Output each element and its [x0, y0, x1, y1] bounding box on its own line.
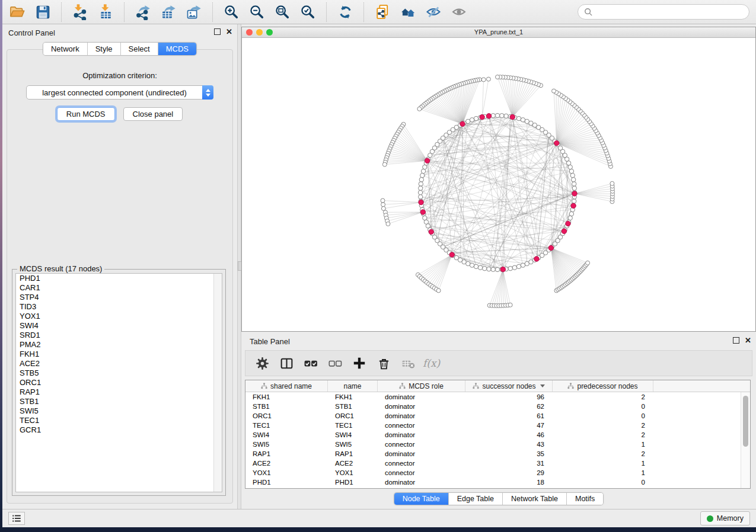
table-cell[interactable]: ORC1 — [328, 412, 378, 419]
network-node[interactable] — [570, 173, 575, 177]
table-cell[interactable]: dominator — [378, 450, 465, 457]
table-row[interactable]: STB1STB1dominator620 — [245, 402, 750, 411]
network-leaf-node[interactable] — [381, 203, 385, 207]
network-node[interactable] — [568, 165, 572, 169]
table-cell[interactable]: 2 — [553, 431, 653, 438]
import-table-button[interactable] — [97, 3, 114, 21]
network-node[interactable] — [495, 267, 499, 271]
save-session-button[interactable] — [34, 3, 52, 21]
network-node[interactable] — [568, 216, 572, 220]
panel-splitter[interactable] — [237, 24, 241, 509]
mcds-hub-node[interactable] — [562, 229, 566, 233]
table-cell[interactable]: 62 — [465, 403, 553, 410]
delete-table-button[interactable] — [398, 354, 417, 373]
column-header-predecessor-nodes[interactable]: predecessor nodes — [553, 380, 653, 392]
table-row[interactable]: ORC1ORC1dominator610 — [245, 411, 750, 421]
table-cell[interactable]: RAP1 — [328, 450, 378, 457]
table-cell[interactable]: ORC1 — [245, 412, 328, 419]
network-leaf-node[interactable] — [481, 78, 486, 82]
table-cell[interactable]: ACE2 — [245, 460, 328, 467]
mcds-list-scrollbar[interactable] — [213, 274, 222, 492]
table-cell[interactable]: connector — [378, 460, 465, 467]
tab-network[interactable]: Network — [43, 43, 88, 55]
tab-style[interactable]: Style — [88, 43, 121, 55]
table-cell[interactable]: 29 — [465, 469, 553, 476]
mcds-result-item[interactable]: ORC1 — [16, 378, 222, 387]
close-panel-button[interactable]: Close panel — [123, 107, 183, 121]
network-node[interactable] — [571, 178, 575, 182]
mcds-result-item[interactable]: GCR1 — [16, 425, 222, 435]
table-cell[interactable]: FKH1 — [328, 393, 378, 400]
close-table-panel-icon[interactable]: ✕ — [745, 337, 751, 344]
network-node[interactable] — [470, 263, 474, 267]
network-node[interactable] — [419, 178, 423, 182]
table-row[interactable]: PHD1PHD1dominator180 — [245, 477, 750, 487]
network-node[interactable] — [569, 211, 573, 216]
network-node[interactable] — [508, 266, 512, 270]
zoom-selected-button[interactable] — [299, 3, 317, 21]
table-cell[interactable]: 2 — [553, 393, 653, 400]
mcds-hub-node[interactable] — [548, 245, 553, 250]
network-node[interactable] — [423, 165, 427, 169]
table-cell[interactable]: STB1 — [328, 403, 378, 410]
table-cell[interactable]: SWI5 — [245, 441, 328, 448]
mcds-hub-node[interactable] — [510, 114, 515, 119]
first-neighbors-button[interactable] — [399, 3, 417, 21]
table-tab-edge-table[interactable]: Edge Table — [449, 493, 503, 505]
close-panel-icon[interactable]: ✕ — [226, 28, 232, 35]
network-leaf-node[interactable] — [610, 181, 614, 185]
table-cell[interactable]: 1 — [553, 469, 653, 476]
table-cell[interactable]: dominator — [378, 479, 465, 486]
table-cell[interactable]: 43 — [465, 441, 553, 448]
tab-select[interactable]: Select — [121, 43, 158, 55]
mcds-result-item[interactable]: YOX1 — [16, 312, 222, 321]
network-node[interactable] — [470, 118, 474, 122]
network-node[interactable] — [466, 261, 470, 265]
memory-button[interactable]: Memory — [700, 511, 750, 525]
table-row[interactable]: SWI4SWI4dominator462 — [245, 430, 750, 440]
mcds-hub-node[interactable] — [534, 257, 539, 261]
table-cell[interactable]: dominator — [378, 431, 465, 438]
apply-function-button[interactable]: f(x) — [423, 354, 440, 373]
table-cell[interactable]: SWI4 — [245, 431, 328, 438]
table-cell[interactable]: TEC1 — [245, 422, 328, 429]
network-node[interactable] — [572, 182, 576, 186]
table-cell[interactable]: 46 — [465, 431, 553, 438]
mcds-hub-node[interactable] — [554, 140, 559, 145]
mcds-result-item[interactable]: STP4 — [16, 293, 222, 302]
mcds-result-item[interactable]: FKH1 — [16, 350, 222, 359]
criterion-dropdown[interactable]: largest connected component (undirected) — [26, 85, 213, 100]
select-all-rows-button[interactable] — [301, 354, 320, 373]
network-leaf-node[interactable] — [508, 303, 512, 307]
table-cell[interactable]: connector — [378, 441, 465, 448]
table-cell[interactable]: 61 — [465, 412, 553, 419]
mcds-result-item[interactable]: SWI5 — [16, 406, 222, 416]
network-node[interactable] — [572, 199, 576, 203]
mcds-result-item[interactable]: CAR1 — [16, 283, 222, 293]
mcds-hub-node[interactable] — [566, 221, 570, 226]
table-row[interactable]: SWI5SWI5connector431 — [245, 440, 750, 449]
table-cell[interactable]: PHD1 — [328, 479, 378, 486]
network-node[interactable] — [512, 265, 516, 270]
mcds-hub-node[interactable] — [572, 191, 577, 196]
table-cell[interactable]: dominator — [378, 393, 465, 400]
export-table-button[interactable] — [160, 3, 177, 21]
network-node[interactable] — [487, 267, 491, 271]
float-table-panel-icon[interactable] — [733, 337, 739, 344]
table-row[interactable]: YOX1YOX1connector291 — [245, 468, 750, 477]
network-canvas[interactable] — [242, 38, 755, 332]
open-session-button[interactable] — [8, 3, 26, 21]
mcds-hub-node[interactable] — [429, 229, 433, 234]
table-scrollbar-thumb[interactable] — [743, 396, 748, 447]
table-cell[interactable]: 31 — [465, 460, 553, 467]
zoom-fit-button[interactable] — [273, 3, 291, 21]
table-cell[interactable]: RAP1 — [245, 450, 328, 457]
table-row[interactable]: TEC1TEC1connector472 — [245, 421, 750, 430]
refresh-layout-button[interactable] — [336, 3, 354, 21]
network-node[interactable] — [569, 169, 573, 173]
table-cell[interactable]: dominator — [378, 403, 465, 410]
table-tab-motifs[interactable]: Motifs — [567, 493, 603, 505]
zoom-in-button[interactable] — [222, 3, 240, 21]
network-node[interactable] — [500, 114, 504, 118]
mcds-hub-node[interactable] — [460, 121, 465, 126]
